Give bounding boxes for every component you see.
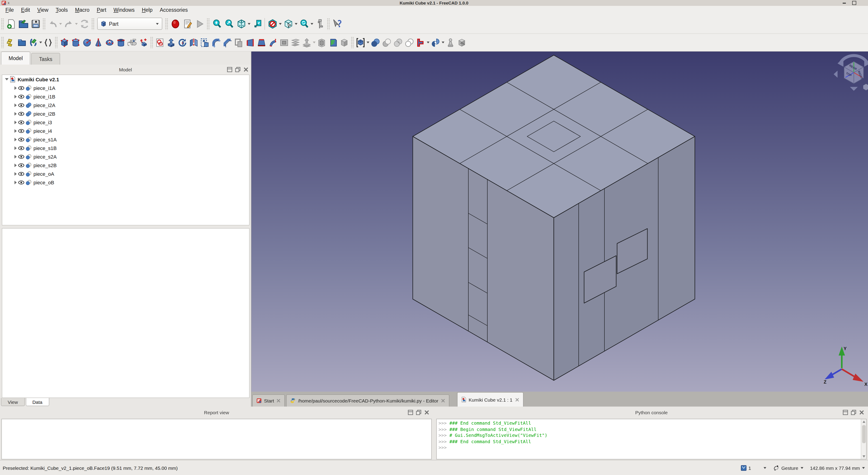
expander-icon[interactable] — [13, 112, 18, 115]
measure-button[interactable] — [314, 17, 326, 31]
panel-dock-button[interactable] — [843, 410, 848, 415]
boolean-union-button[interactable] — [370, 36, 381, 48]
ruled-surface-button[interactable] — [245, 36, 256, 48]
close-tab-icon[interactable] — [515, 397, 519, 402]
console-scrollbar[interactable] — [861, 419, 866, 459]
scroll-up-button[interactable] — [861, 419, 866, 424]
sweep-button[interactable] — [267, 36, 278, 48]
panel-float-button[interactable] — [851, 410, 856, 415]
defeaturing-box-button[interactable] — [339, 36, 350, 48]
close-tab-icon[interactable] — [440, 399, 445, 403]
torus-button[interactable] — [104, 36, 115, 48]
fillet-button[interactable] — [211, 36, 222, 48]
expander-icon[interactable] — [13, 129, 18, 133]
python-console-content[interactable]: >>> ### End command Std_ViewFitAll >>> #… — [436, 419, 867, 460]
toolbar-grip[interactable] — [55, 37, 58, 48]
box-button[interactable] — [59, 36, 70, 48]
toolbar-grip[interactable] — [91, 18, 94, 30]
new-document-button[interactable] — [5, 17, 17, 31]
view-isometric-button[interactable] — [235, 17, 247, 31]
connect-dropdown[interactable] — [427, 41, 430, 43]
panel-float-button[interactable] — [416, 410, 421, 415]
visibility-eye-icon[interactable] — [18, 129, 25, 133]
3d-viewport[interactable]: REAR TOP RIGHT Y Z X — [251, 52, 868, 392]
tab-tasks[interactable]: Tasks — [31, 53, 60, 65]
expander-icon[interactable] — [13, 103, 18, 107]
panel-close-button[interactable] — [243, 67, 249, 72]
tree-row[interactable]: piece_oA — [2, 169, 249, 178]
save-document-button[interactable] — [29, 17, 41, 31]
property-editor[interactable] — [2, 228, 250, 398]
toolbar-grip[interactable] — [351, 37, 354, 48]
menu-edit[interactable]: Edit — [18, 6, 34, 13]
macro-edit-button[interactable] — [181, 17, 193, 31]
maximize-button[interactable] — [851, 0, 857, 5]
undo-dropdown[interactable] — [59, 23, 62, 25]
dimension-dropdown[interactable]: 142.86 mm x 77.94 mm — [810, 465, 865, 471]
report-view-content[interactable] — [1, 419, 432, 460]
visibility-eye-icon[interactable] — [18, 163, 25, 167]
compound-button[interactable] — [355, 36, 366, 48]
panel-dock-button[interactable] — [408, 410, 413, 415]
tree-row[interactable]: piece_i2B — [2, 109, 249, 118]
toolbar-grip[interactable] — [1, 18, 4, 30]
expander-icon[interactable] — [13, 95, 18, 98]
box-selection-dropdown[interactable] — [295, 23, 298, 25]
panel-close-button[interactable] — [859, 410, 864, 415]
expander-icon[interactable] — [13, 86, 18, 90]
make-face-button[interactable] — [233, 36, 245, 48]
defeaturing-button[interactable] — [456, 36, 467, 48]
open-document-button[interactable] — [17, 17, 29, 31]
compound-dropdown[interactable] — [367, 41, 369, 43]
visibility-eye-icon[interactable] — [18, 146, 25, 150]
shape-builder-button[interactable] — [138, 36, 149, 48]
visibility-eye-icon[interactable] — [18, 111, 25, 116]
chamfer-button[interactable] — [222, 36, 233, 48]
create-group-button[interactable] — [16, 36, 28, 48]
toolbar-grip[interactable] — [150, 37, 153, 48]
draw-style-dropdown[interactable] — [279, 23, 282, 25]
undo-button[interactable] — [46, 17, 59, 31]
make-link-button[interactable] — [28, 36, 39, 48]
view-isometric-dropdown[interactable] — [248, 23, 250, 25]
expander-icon[interactable] — [13, 146, 18, 150]
extrude-button[interactable] — [165, 36, 177, 48]
scroll-down-button[interactable] — [861, 454, 866, 459]
cylinder-button[interactable] — [70, 36, 81, 48]
view-sync-dropdown[interactable] — [311, 23, 313, 25]
visibility-eye-icon[interactable] — [18, 137, 25, 142]
view-normal-to-button[interactable] — [251, 17, 263, 31]
expander-icon[interactable] — [13, 163, 18, 167]
menu-part[interactable]: Part — [93, 6, 110, 13]
menu-tools[interactable]: Tools — [52, 6, 71, 13]
tree-row[interactable]: piece_s1A — [2, 135, 249, 144]
box-selection-button[interactable] — [282, 17, 294, 31]
boolean-xor-button[interactable] — [404, 36, 415, 48]
macro-record-button[interactable] — [169, 17, 181, 31]
offset-dropdown[interactable] — [313, 41, 315, 43]
panel-dock-button[interactable] — [227, 67, 232, 72]
menu-help[interactable]: Help — [138, 6, 156, 13]
menu-file[interactable]: File — [2, 6, 18, 13]
check-geometry-button[interactable] — [445, 36, 456, 48]
expander-icon[interactable] — [13, 172, 18, 175]
redo-dropdown[interactable] — [75, 23, 78, 25]
menu-view[interactable]: View — [34, 6, 52, 13]
tree-row[interactable]: piece_i1A — [2, 83, 249, 92]
tree-row[interactable]: piece_i1B — [2, 92, 249, 101]
toolbar-grip[interactable] — [42, 18, 46, 30]
variable-set-button[interactable] — [42, 36, 54, 48]
toolbar-grip[interactable] — [165, 18, 168, 30]
tab-model[interactable]: Model — [1, 52, 31, 65]
thickness-button[interactable] — [316, 36, 327, 48]
console-input-line[interactable]: >>> — [437, 444, 866, 451]
loft-button[interactable] — [256, 36, 267, 48]
visibility-eye-icon[interactable] — [18, 154, 25, 159]
view-fit-all-button[interactable] — [211, 17, 223, 31]
mirror-button[interactable] — [188, 36, 199, 48]
macro-play-button[interactable] — [193, 17, 206, 31]
view-indicator-dropdown[interactable]: 1 — [740, 465, 767, 471]
expander-icon[interactable] — [13, 155, 18, 158]
toolbar-grip[interactable] — [207, 18, 210, 30]
split-button[interactable] — [430, 36, 441, 48]
